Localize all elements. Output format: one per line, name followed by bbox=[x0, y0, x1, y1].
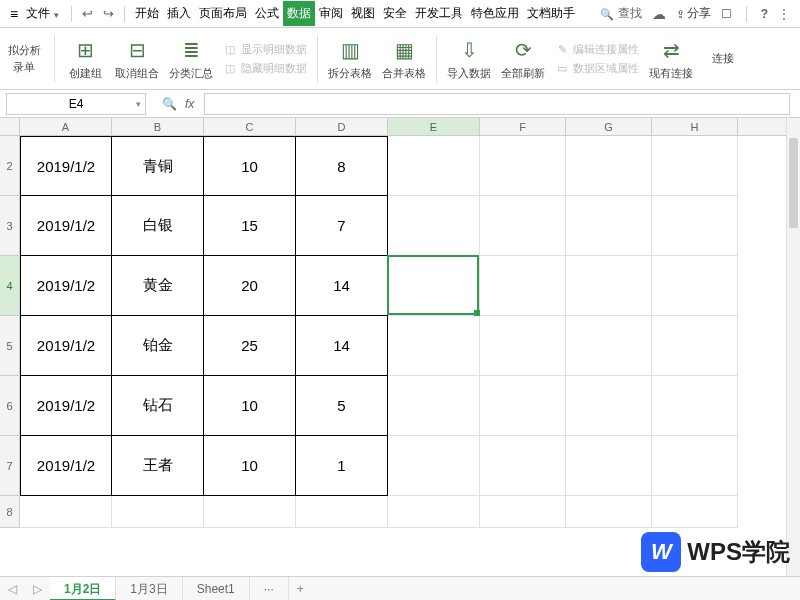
row-header-2[interactable]: 2 bbox=[0, 136, 19, 196]
ribbon-tab-2[interactable]: 页面布局 bbox=[195, 1, 251, 26]
cell-A6[interactable]: 2019/1/2 bbox=[20, 376, 112, 436]
ribbon-tab-5[interactable]: 审阅 bbox=[315, 1, 347, 26]
zoom-icon[interactable] bbox=[162, 97, 177, 111]
cell-H6[interactable] bbox=[652, 376, 738, 436]
cell-B3[interactable]: 白银 bbox=[112, 196, 204, 256]
existing-connections-button[interactable]: ⇄ 现有连接 bbox=[649, 36, 693, 81]
cell-D2[interactable]: 8 bbox=[296, 136, 388, 196]
fx-label[interactable]: fx bbox=[185, 97, 194, 111]
cell-A3[interactable]: 2019/1/2 bbox=[20, 196, 112, 256]
cell-C6[interactable]: 10 bbox=[204, 376, 296, 436]
cells-area[interactable]: 2019/1/2青铜1082019/1/2白银1572019/1/2黄金2014… bbox=[20, 136, 786, 576]
ribbon-tab-9[interactable]: 特色应用 bbox=[467, 1, 523, 26]
redo-button[interactable]: ↪ bbox=[99, 4, 118, 23]
help-button[interactable] bbox=[761, 7, 768, 21]
ribbon-tab-0[interactable]: 开始 bbox=[131, 1, 163, 26]
ribbon-tab-10[interactable]: 文档助手 bbox=[523, 1, 579, 26]
more-button[interactable] bbox=[778, 7, 790, 21]
cell-A5[interactable]: 2019/1/2 bbox=[20, 316, 112, 376]
cell-E4[interactable] bbox=[388, 256, 480, 316]
merge-table-button[interactable]: ▦ 合并表格 bbox=[382, 36, 426, 81]
cell-C5[interactable]: 25 bbox=[204, 316, 296, 376]
cell-B6[interactable]: 钻石 bbox=[112, 376, 204, 436]
sheet-tab-0[interactable]: 1月2日 bbox=[50, 577, 116, 601]
search-button[interactable]: 查找 bbox=[600, 5, 642, 22]
sheet-nav-next[interactable]: ▷ bbox=[25, 582, 50, 596]
cell-B8[interactable] bbox=[112, 496, 204, 528]
cell-H5[interactable] bbox=[652, 316, 738, 376]
cell-F4[interactable] bbox=[480, 256, 566, 316]
cell-H7[interactable] bbox=[652, 436, 738, 496]
cell-G4[interactable] bbox=[566, 256, 652, 316]
sheet-tab-1[interactable]: 1月3日 bbox=[116, 577, 182, 601]
cell-G6[interactable] bbox=[566, 376, 652, 436]
bookmark-icon[interactable]: ☐ bbox=[721, 7, 732, 21]
create-group-button[interactable]: ⊞ 创建组 bbox=[65, 36, 105, 81]
cell-C4[interactable]: 20 bbox=[204, 256, 296, 316]
ribbon-tab-7[interactable]: 安全 bbox=[379, 1, 411, 26]
name-box[interactable]: E4 ▾ bbox=[6, 93, 146, 115]
cell-A8[interactable] bbox=[20, 496, 112, 528]
select-all-corner[interactable] bbox=[0, 118, 20, 136]
cell-H3[interactable] bbox=[652, 196, 738, 256]
cell-E5[interactable] bbox=[388, 316, 480, 376]
cell-B5[interactable]: 铂金 bbox=[112, 316, 204, 376]
cell-E7[interactable] bbox=[388, 436, 480, 496]
ungroup-button[interactable]: ⊟ 取消组合 bbox=[115, 36, 159, 81]
cell-C3[interactable]: 15 bbox=[204, 196, 296, 256]
import-data-button[interactable]: ⇩ 导入数据 bbox=[447, 36, 491, 81]
ribbon-tab-8[interactable]: 开发工具 bbox=[411, 1, 467, 26]
cell-D6[interactable]: 5 bbox=[296, 376, 388, 436]
col-header-G[interactable]: G bbox=[566, 118, 652, 135]
cell-G2[interactable] bbox=[566, 136, 652, 196]
cell-F5[interactable] bbox=[480, 316, 566, 376]
cell-E2[interactable] bbox=[388, 136, 480, 196]
sheet-nav-prev[interactable]: ◁ bbox=[0, 582, 25, 596]
cell-E3[interactable] bbox=[388, 196, 480, 256]
cell-H4[interactable] bbox=[652, 256, 738, 316]
cell-B2[interactable]: 青铜 bbox=[112, 136, 204, 196]
connections-button[interactable]: 连接 bbox=[703, 51, 743, 66]
cell-E8[interactable] bbox=[388, 496, 480, 528]
cell-F2[interactable] bbox=[480, 136, 566, 196]
sheet-more[interactable]: ··· bbox=[250, 577, 289, 601]
cell-D8[interactable] bbox=[296, 496, 388, 528]
cell-B7[interactable]: 王者 bbox=[112, 436, 204, 496]
cell-D7[interactable]: 1 bbox=[296, 436, 388, 496]
formula-input[interactable] bbox=[204, 93, 790, 115]
analysis-group[interactable]: 拟分析 录单 bbox=[4, 43, 44, 75]
col-header-A[interactable]: A bbox=[20, 118, 112, 135]
ribbon-tab-1[interactable]: 插入 bbox=[163, 1, 195, 26]
cell-A7[interactable]: 2019/1/2 bbox=[20, 436, 112, 496]
vertical-scrollbar[interactable] bbox=[786, 118, 800, 576]
cell-G3[interactable] bbox=[566, 196, 652, 256]
cell-F6[interactable] bbox=[480, 376, 566, 436]
col-header-B[interactable]: B bbox=[112, 118, 204, 135]
cell-E6[interactable] bbox=[388, 376, 480, 436]
cell-C8[interactable] bbox=[204, 496, 296, 528]
add-sheet-button[interactable]: + bbox=[289, 582, 312, 596]
row-header-3[interactable]: 3 bbox=[0, 196, 19, 256]
ribbon-tab-3[interactable]: 公式 bbox=[251, 1, 283, 26]
cloud-icon[interactable] bbox=[652, 6, 666, 22]
cell-F3[interactable] bbox=[480, 196, 566, 256]
col-header-E[interactable]: E bbox=[388, 118, 480, 135]
cell-C7[interactable]: 10 bbox=[204, 436, 296, 496]
cell-D5[interactable]: 14 bbox=[296, 316, 388, 376]
refresh-all-button[interactable]: ⟳ 全部刷新 bbox=[501, 36, 545, 81]
scroll-thumb[interactable] bbox=[789, 138, 798, 228]
cell-B4[interactable]: 黄金 bbox=[112, 256, 204, 316]
row-header-4[interactable]: 4 bbox=[0, 256, 19, 316]
row-header-5[interactable]: 5 bbox=[0, 316, 19, 376]
ribbon-tab-4[interactable]: 数据 bbox=[283, 1, 315, 26]
row-header-8[interactable]: 8 bbox=[0, 496, 19, 528]
cell-C2[interactable]: 10 bbox=[204, 136, 296, 196]
row-header-6[interactable]: 6 bbox=[0, 376, 19, 436]
cell-A2[interactable]: 2019/1/2 bbox=[20, 136, 112, 196]
cell-G7[interactable] bbox=[566, 436, 652, 496]
cell-G8[interactable] bbox=[566, 496, 652, 528]
cell-F7[interactable] bbox=[480, 436, 566, 496]
col-header-F[interactable]: F bbox=[480, 118, 566, 135]
sheet-tab-2[interactable]: Sheet1 bbox=[183, 577, 250, 601]
col-header-C[interactable]: C bbox=[204, 118, 296, 135]
